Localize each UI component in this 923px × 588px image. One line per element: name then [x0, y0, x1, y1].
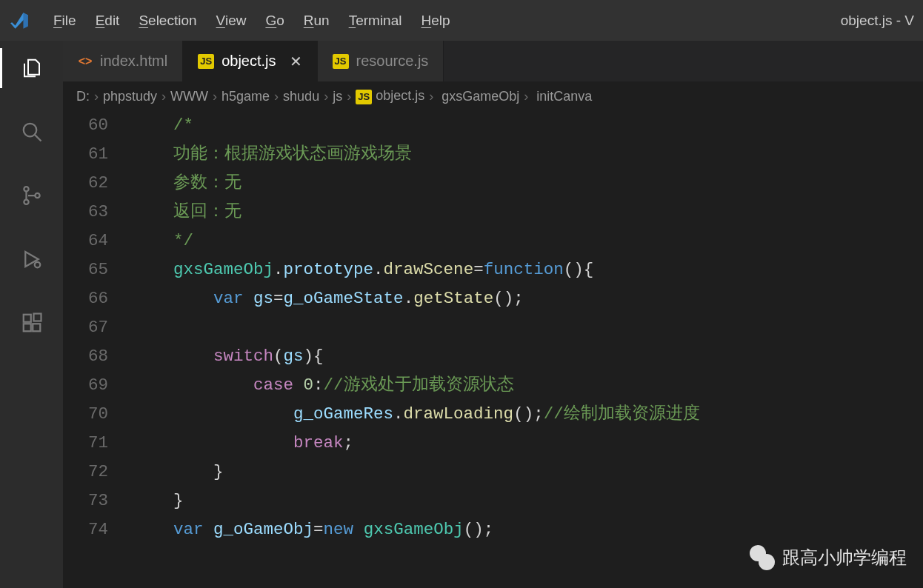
explorer-icon[interactable]: [19, 56, 44, 81]
line-number: 72: [63, 458, 108, 487]
line-number: 74: [63, 515, 108, 544]
js-file-icon: JS: [356, 90, 372, 104]
chevron-right-icon: ›: [94, 89, 99, 104]
svg-line-1: [34, 135, 41, 141]
breadcrumb-item[interactable]: D:: [76, 89, 90, 104]
code-line[interactable]: [133, 313, 923, 342]
tab-label: index.html: [100, 53, 167, 70]
vscode-logo-icon: [9, 10, 30, 31]
code-line[interactable]: 参数：无: [133, 169, 923, 198]
svg-point-5: [34, 262, 40, 268]
menu-view[interactable]: View: [216, 13, 247, 29]
tab-object-js[interactable]: JSobject.js✕: [183, 41, 317, 81]
tab-label: resource.js: [356, 53, 429, 70]
svg-point-4: [35, 193, 39, 198]
svg-rect-9: [33, 314, 41, 321]
svg-rect-6: [23, 315, 30, 322]
html-file-icon: <>: [78, 54, 93, 69]
svg-point-0: [23, 124, 36, 137]
line-number: 71: [63, 429, 108, 458]
code-line[interactable]: switch(gs){: [133, 342, 923, 371]
close-icon[interactable]: ✕: [290, 53, 302, 70]
menu-terminal[interactable]: Terminal: [349, 13, 402, 29]
watermark-text: 跟高小帅学编程: [782, 546, 907, 569]
code-line[interactable]: gxsGameObj.prototype.drawScene=function(…: [133, 255, 923, 284]
extensions-icon[interactable]: [19, 310, 44, 335]
chevron-right-icon: ›: [429, 89, 433, 104]
svg-point-2: [24, 187, 28, 191]
breadcrumb-item[interactable]: h5game: [221, 89, 270, 104]
tab-bar: <>index.htmlJSobject.js✕JSresource.js: [63, 41, 923, 81]
search-icon[interactable]: [19, 119, 44, 144]
watermark: 跟高小帅学编程: [750, 545, 907, 570]
code-line[interactable]: */: [133, 227, 923, 255]
breadcrumb-item[interactable]: phpstudy: [103, 89, 157, 104]
chevron-right-icon: ›: [324, 89, 328, 104]
svg-rect-8: [33, 324, 40, 331]
menu-help[interactable]: Help: [421, 13, 450, 29]
js-file-icon: JS: [333, 54, 349, 69]
line-number: 63: [63, 198, 108, 227]
line-number: 64: [63, 227, 108, 255]
tab-resource-js[interactable]: JSresource.js: [318, 41, 444, 81]
code-line[interactable]: 功能：根据游戏状态画游戏场景: [133, 140, 923, 169]
menu-bar: FileEditSelectionViewGoRunTerminalHelp: [53, 13, 450, 29]
code-line[interactable]: var gs=g_oGameState.getState();: [133, 284, 923, 313]
line-gutter: 606162636465666768697071727374: [63, 111, 133, 588]
code-line[interactable]: break;: [133, 429, 923, 458]
code-line[interactable]: case 0://游戏处于加载资源状态: [133, 371, 923, 400]
menu-go[interactable]: Go: [265, 13, 284, 29]
titlebar: FileEditSelectionViewGoRunTerminalHelp o…: [0, 0, 923, 41]
activity-bar: [0, 41, 63, 588]
chevron-right-icon: ›: [213, 89, 217, 104]
js-file-icon: JS: [198, 54, 214, 69]
menu-edit[interactable]: Edit: [96, 13, 120, 29]
chevron-right-icon: ›: [347, 89, 351, 104]
line-number: 70: [63, 400, 108, 429]
line-number: 66: [63, 284, 108, 313]
breadcrumb-item[interactable]: initCanva: [533, 89, 592, 104]
code-line[interactable]: g_oGameRes.drawLoading();//绘制加载资源进度: [133, 400, 923, 429]
line-number: 73: [63, 487, 108, 515]
chevron-right-icon: ›: [524, 89, 528, 104]
menu-file[interactable]: File: [53, 13, 76, 29]
breadcrumb-item[interactable]: JS object.js: [356, 88, 424, 104]
breadcrumb-item[interactable]: gxsGameObj: [438, 89, 519, 104]
breadcrumb-item[interactable]: js: [333, 89, 342, 104]
line-number: 60: [63, 111, 108, 140]
editor-area: <>index.htmlJSobject.js✕JSresource.js D:…: [63, 41, 923, 588]
tab-label: object.js: [221, 53, 276, 70]
tab-index-html[interactable]: <>index.html: [63, 41, 183, 81]
source-control-icon[interactable]: [19, 183, 44, 208]
code-editor[interactable]: 606162636465666768697071727374 /* 功能：根据游…: [63, 111, 923, 588]
line-number: 61: [63, 140, 108, 169]
svg-point-3: [24, 200, 28, 204]
svg-rect-7: [23, 324, 30, 331]
line-number: 68: [63, 342, 108, 371]
breadcrumb-item[interactable]: WWW: [170, 89, 208, 104]
code-line[interactable]: /*: [133, 111, 923, 140]
line-number: 67: [63, 313, 108, 342]
wechat-icon: [750, 545, 775, 570]
code-line[interactable]: 返回：无: [133, 198, 923, 227]
code-line[interactable]: var g_oGameObj=new gxsGameObj();: [133, 515, 923, 544]
breadcrumb[interactable]: D:›phpstudy›WWW›h5game›shudu›js›JS objec…: [63, 81, 923, 111]
code-content[interactable]: /* 功能：根据游戏状态画游戏场景 参数：无 返回：无 */ gxsGameOb…: [133, 111, 923, 588]
breadcrumb-item[interactable]: shudu: [283, 89, 319, 104]
chevron-right-icon: ›: [274, 89, 279, 104]
line-number: 65: [63, 255, 108, 284]
window-title: object.js - V: [841, 13, 914, 29]
code-line[interactable]: }: [133, 487, 923, 515]
line-number: 62: [63, 169, 108, 198]
code-line[interactable]: }: [133, 458, 923, 487]
menu-selection[interactable]: Selection: [139, 13, 196, 29]
line-number: 69: [63, 371, 108, 400]
run-debug-icon[interactable]: [19, 247, 44, 272]
chevron-right-icon: ›: [161, 89, 166, 104]
menu-run[interactable]: Run: [304, 13, 330, 29]
